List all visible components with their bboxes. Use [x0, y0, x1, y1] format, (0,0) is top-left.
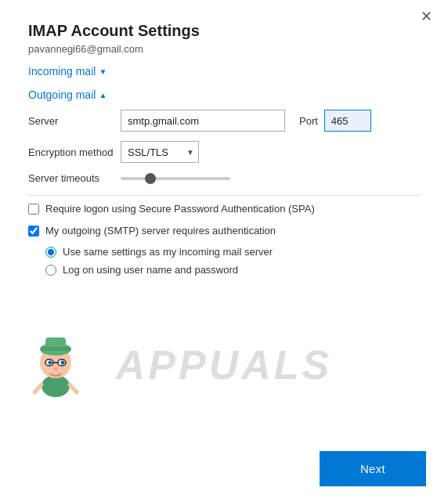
radio-logon[interactable]: [45, 265, 56, 276]
outgoing-arrow: ▲: [99, 91, 107, 99]
server-label: Server: [28, 115, 114, 127]
encryption-select[interactable]: SSL/TLS TLS STARTTLS None: [121, 141, 199, 163]
svg-point-8: [61, 361, 65, 365]
server-timeouts-track: [121, 177, 230, 180]
smtp-auth-row: My outgoing (SMTP) server requires authe…: [28, 224, 420, 238]
dialog-email: pavannegi66@gmail.com: [28, 43, 420, 55]
outgoing-mail-toggle[interactable]: Outgoing mail ▲: [28, 88, 107, 101]
imap-account-settings-dialog: ✕ IMAP Account Settings pavannegi66@gmai…: [0, 0, 448, 502]
svg-line-14: [70, 385, 77, 392]
require-spa-row: Require logon using Secure Password Auth…: [28, 202, 420, 216]
server-timeouts-row: Server timeouts: [28, 172, 420, 184]
auth-radio-group: Use same settings as my incoming mail se…: [45, 246, 420, 276]
close-button[interactable]: ✕: [414, 6, 439, 27]
svg-point-12: [53, 367, 58, 370]
incoming-section: Incoming mail ▼: [0, 63, 448, 80]
incoming-mail-toggle[interactable]: Incoming mail ▼: [28, 65, 107, 78]
radio-same-row: Use same settings as my incoming mail se…: [45, 246, 420, 258]
dialog-title: IMAP Account Settings: [28, 22, 420, 40]
smtp-auth-label: My outgoing (SMTP) server requires authe…: [45, 224, 276, 238]
encryption-row: Encryption method SSL/TLS TLS STARTTLS N…: [28, 141, 420, 163]
svg-rect-4: [41, 347, 70, 351]
server-port-row: Server Port: [28, 110, 420, 132]
outgoing-form: Server Port Encryption method SSL/TLS TL…: [0, 105, 448, 291]
svg-rect-3: [45, 338, 66, 349]
require-spa-label: Require logon using Secure Password Auth…: [45, 202, 315, 216]
dialog-header: IMAP Account Settings pavannegi66@gmail.…: [0, 0, 448, 63]
server-timeouts-thumb[interactable]: [145, 173, 156, 184]
encryption-label: Encryption method: [28, 146, 114, 158]
radio-same-settings[interactable]: [45, 247, 56, 258]
dialog-footer: Next: [0, 439, 448, 502]
radio-logon-row: Log on using user name and password: [45, 264, 420, 276]
port-input[interactable]: [324, 110, 371, 132]
radio-same-label: Use same settings as my incoming mail se…: [63, 246, 273, 258]
smtp-auth-checkbox[interactable]: [28, 226, 39, 237]
port-label: Port: [299, 115, 318, 127]
svg-point-7: [49, 361, 52, 365]
next-button[interactable]: Next: [320, 451, 426, 486]
svg-point-0: [42, 375, 70, 397]
radio-logon-label: Log on using user name and password: [63, 264, 238, 276]
incoming-mail-label: Incoming mail: [28, 65, 96, 78]
encryption-select-wrapper: SSL/TLS TLS STARTTLS None ▼: [121, 141, 199, 163]
divider: [28, 195, 420, 196]
mascot-svg: [28, 330, 83, 400]
server-input[interactable]: [121, 110, 285, 132]
svg-line-13: [34, 385, 42, 392]
incoming-arrow: ▼: [99, 67, 107, 76]
outgoing-section-toggle: Outgoing mail ▲: [0, 80, 448, 105]
server-timeouts-label: Server timeouts: [28, 172, 114, 184]
watermark-text: APPUALS: [116, 341, 332, 388]
outgoing-mail-label: Outgoing mail: [28, 88, 96, 101]
watermark-area: APPUALS: [0, 291, 448, 439]
require-spa-checkbox[interactable]: [28, 204, 39, 215]
